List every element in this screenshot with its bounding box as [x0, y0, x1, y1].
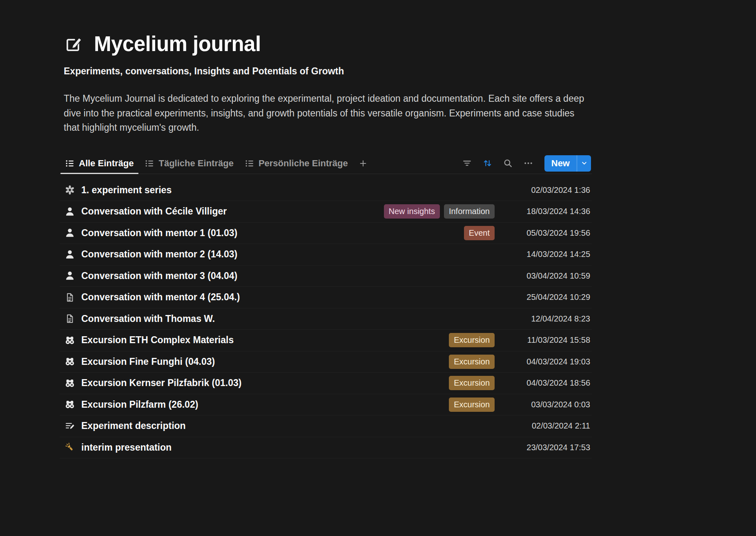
tab-label: Tägliche Einträge [158, 158, 233, 169]
table-row[interactable]: Conversation with Cécile Villiger New in… [60, 201, 592, 223]
table-row[interactable]: Excursion Fine Funghi (04.03) Excursion … [60, 351, 592, 373]
entry-title[interactable]: Conversation with mentor 4 (25.04.) [81, 292, 240, 303]
entry-title[interactable]: Conversation with mentor 3 (04.04) [81, 270, 237, 281]
notion-page: Mycelium journal Experiments, conversati… [60, 0, 592, 458]
tag-excursion: Excursion [449, 333, 495, 347]
entry-date: 11/03/2024 15:58 [504, 335, 590, 345]
tab-taegliche-eintraege[interactable]: Tägliche Einträge [139, 153, 239, 174]
more-icon [523, 158, 533, 168]
table-row[interactable]: Conversation with mentor 2 (14.03) 14/03… [60, 244, 592, 266]
search-icon [503, 158, 513, 168]
tag-new-insights: New insights [384, 204, 440, 219]
search-button[interactable] [500, 156, 516, 171]
entry-title[interactable]: Excursion Kernser Pilzfabrik (01.03) [81, 377, 241, 389]
entry-tags: Event [464, 226, 495, 240]
sort-button[interactable] [480, 156, 495, 171]
add-view-button[interactable] [354, 155, 372, 172]
page-subtitle: Experiments, conversations, Insights and… [60, 66, 592, 77]
torch-icon [65, 442, 75, 453]
new-button-group: New [544, 155, 591, 172]
entry-title[interactable]: Excursion ETH Complex Materials [81, 335, 234, 346]
bulleted-list-icon [145, 159, 154, 168]
compose-icon [65, 421, 75, 431]
new-dropdown-button[interactable] [577, 155, 591, 172]
entry-date: 14/03/2024 14:25 [504, 250, 590, 259]
entry-title[interactable]: 1. experiment series [81, 185, 172, 196]
entry-date: 03/04/2024 10:59 [504, 271, 590, 281]
entry-tags: Excursion [449, 398, 495, 412]
table-row[interactable]: Conversation with mentor 3 (04.04) 03/04… [60, 266, 592, 287]
table-row[interactable]: Experiment description 02/03/2024 2:11 [60, 415, 592, 437]
table-row[interactable]: Conversation with mentor 1 (01.03) Event… [60, 223, 592, 244]
entry-date: 18/03/2024 14:36 [504, 207, 590, 216]
table-row[interactable]: Excursion Kernser Pilzfabrik (01.03) Exc… [60, 373, 592, 394]
filter-icon [462, 158, 472, 168]
document-icon [65, 313, 75, 324]
person-icon [65, 249, 75, 260]
entry-title[interactable]: Excursion Pilzfarm (26.02) [81, 399, 198, 410]
entry-date: 12/04/2024 8:23 [504, 314, 590, 324]
binoculars-icon [65, 356, 75, 367]
toolbar: New [459, 155, 592, 172]
tab-label: Persönliche Einträge [259, 158, 348, 169]
entry-date: 03/03/2024 0:03 [504, 400, 590, 409]
plus-icon [359, 159, 368, 168]
table-row[interactable]: Conversation with Thomas W. 12/04/2024 8… [60, 308, 592, 330]
table-row[interactable]: Conversation with mentor 4 (25.04.) 25/0… [60, 287, 592, 308]
chevron-down-icon [581, 160, 588, 167]
tag-event: Event [464, 226, 495, 240]
entry-title[interactable]: Excursion Fine Funghi (04.03) [81, 356, 215, 367]
sort-icon [482, 158, 493, 168]
table-row[interactable]: Excursion Pilzfarm (26.02) Excursion 03/… [60, 394, 592, 416]
person-icon [65, 228, 75, 238]
person-icon [65, 270, 75, 281]
entry-title[interactable]: interim presentation [81, 442, 172, 453]
binoculars-icon [65, 378, 75, 389]
entry-title[interactable]: Conversation with mentor 1 (01.03) [81, 228, 237, 239]
tag-excursion: Excursion [449, 376, 495, 390]
person-icon [65, 206, 75, 217]
table-row[interactable]: Excursion ETH Complex Materials Excursio… [60, 330, 592, 351]
entry-title[interactable]: Experiment description [81, 420, 186, 431]
entry-date: 02/03/2024 1:36 [504, 185, 590, 195]
entry-date: 25/04/2024 10:29 [504, 293, 590, 302]
flower-icon [65, 185, 75, 195]
page-title: Mycelium journal [94, 32, 261, 56]
entry-title[interactable]: Conversation with Cécile Villiger [81, 206, 227, 217]
tag-excursion: Excursion [449, 398, 495, 412]
tag-excursion: Excursion [449, 355, 495, 369]
entry-date: 02/03/2024 2:11 [504, 421, 590, 431]
new-button[interactable]: New [544, 155, 577, 172]
tag-information: Information [444, 204, 495, 219]
binoculars-icon [65, 399, 75, 410]
entry-date: 04/03/2024 18:56 [504, 378, 590, 388]
view-tabs: Alle Einträge Tägliche Einträge [60, 153, 372, 174]
binoculars-icon [65, 335, 75, 346]
entry-tags: Excursion [449, 355, 495, 369]
tab-label: Alle Einträge [79, 158, 134, 169]
view-bar: Alle Einträge Tägliche Einträge [60, 153, 592, 174]
entry-tags: Excursion [449, 333, 495, 347]
entry-tags: Excursion [449, 376, 495, 390]
edit-page-icon [64, 34, 83, 54]
entry-date: 04/03/2024 19:03 [504, 357, 590, 366]
page-description: The Mycelium Journal is dedicated to exp… [60, 92, 589, 135]
tab-persoenliche-eintraege[interactable]: Persönliche Einträge [239, 153, 354, 174]
entry-tags: New insightsInformation [384, 204, 495, 219]
table-row[interactable]: 1. experiment series 02/03/2024 1:36 [60, 180, 592, 201]
filter-button[interactable] [459, 156, 475, 171]
bulleted-list-icon [65, 159, 74, 168]
document-icon [65, 292, 75, 303]
entry-date: 05/03/2024 19:56 [504, 228, 590, 238]
page-header: Mycelium journal [60, 32, 592, 56]
more-button[interactable] [521, 156, 536, 171]
entry-title[interactable]: Conversation with mentor 2 (14.03) [81, 249, 237, 260]
entries-list: 1. experiment series 02/03/2024 1:36 Con… [60, 180, 592, 459]
entry-date: 23/03/2024 17:53 [504, 443, 590, 452]
bulleted-list-icon [245, 159, 254, 168]
table-row[interactable]: interim presentation 23/03/2024 17:53 [60, 437, 592, 459]
tab-alle-eintraege[interactable]: Alle Einträge [60, 153, 139, 174]
entry-title[interactable]: Conversation with Thomas W. [81, 313, 215, 324]
